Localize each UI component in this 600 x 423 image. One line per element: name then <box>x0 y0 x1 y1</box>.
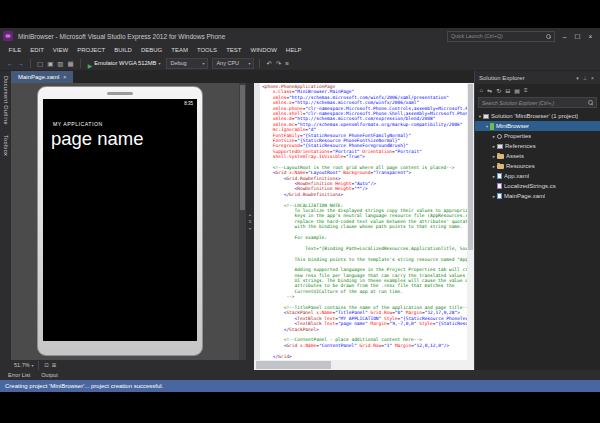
toolbar-separator <box>80 59 81 68</box>
home-icon[interactable]: ⌂ <box>478 87 485 93</box>
scrollbar-thumb[interactable] <box>240 85 245 210</box>
solution-platform-value: Any CPU <box>216 60 239 66</box>
tree-item-localizedstrings-cs[interactable]: LocalizedStrings.cs <box>475 181 600 191</box>
folder-icon <box>497 154 504 159</box>
close-icon[interactable]: × <box>589 75 596 81</box>
tab-error-list[interactable]: Error List <box>3 372 35 378</box>
phone-clock: 8:35 <box>184 101 193 106</box>
code-area[interactable]: <phone:PhoneApplicationPage x:Class="Min… <box>260 83 467 360</box>
chevron-down-icon[interactable] <box>32 363 34 368</box>
code-line[interactable]: with the binding clause whose path point… <box>262 224 467 229</box>
quick-launch-box[interactable]: Quick Launch (Ctrl+Q) <box>447 31 555 42</box>
tab-document-outline[interactable]: Document Outline <box>3 76 9 125</box>
scrollbar-thumb[interactable] <box>468 84 473 250</box>
editor-scrollbar[interactable] <box>467 83 474 360</box>
fit-all-icon[interactable]: ⊡ <box>43 362 51 368</box>
menu-file[interactable]: FILE <box>4 44 26 56</box>
snap-grid-icon[interactable]: ⊞ <box>50 362 58 368</box>
collapse-all-icon[interactable]: ⊟ <box>504 87 512 94</box>
tree-item-references[interactable]: ▸References <box>475 141 600 151</box>
save-all-icon[interactable]: ▦ <box>65 56 75 71</box>
panel-title: Solution Explorer <box>479 75 574 81</box>
expand-up-icon[interactable] <box>249 213 251 217</box>
main-area: Document Outline Toolbox MainPage.xaml × <box>0 71 600 370</box>
tab-mainpage-xaml[interactable]: MainPage.xaml × <box>11 71 73 83</box>
designer-surface[interactable]: 8:35 MY APPLICATION page name <box>11 83 239 360</box>
code-line[interactable]: Text="{Binding Path=LocalizedResources.A… <box>262 246 467 251</box>
back-icon[interactable]: ← <box>5 56 16 71</box>
misc-icon-group: ↶↷≡ <box>264 56 291 71</box>
tree-item-properties[interactable]: ▸Properties <box>475 131 600 141</box>
tree-item-minibrowser[interactable]: ▾MiniBrowser <box>475 121 600 131</box>
solution-platforms-combo[interactable]: Any CPU <box>212 58 254 69</box>
close-icon[interactable]: × <box>63 74 66 80</box>
solution-tree: ▾Solution 'MiniBrowser' (1 project)▾Mini… <box>475 110 600 370</box>
menu-window[interactable]: WINDOW <box>246 44 281 56</box>
refresh-icon[interactable]: ↻ <box>495 87 503 94</box>
tree-item-mainpage-xaml[interactable]: ▸MainPage.xaml <box>475 191 600 201</box>
designer-scrollbar[interactable] <box>239 83 246 360</box>
tree-item-label: Resources <box>506 163 535 169</box>
undo-icon[interactable]: ↶ <box>264 56 273 71</box>
toolbar-separator <box>38 361 39 370</box>
menu-tools[interactable]: TOOLS <box>192 44 221 56</box>
app-title-text[interactable]: MY APPLICATION <box>53 121 103 127</box>
solution-configurations-combo[interactable]: Debug <box>166 58 208 69</box>
maximize-icon[interactable]: ☐ <box>571 31 584 42</box>
forward-icon[interactable]: → <box>16 56 27 71</box>
sync-with-active-icon[interactable]: ⇆ <box>486 87 494 94</box>
show-all-files-icon[interactable]: ▤ <box>513 87 522 94</box>
tree-item-label: MainPage.xaml <box>504 193 545 199</box>
left-tool-tabs: Document Outline Toolbox <box>0 71 11 370</box>
code-line[interactable]: This binding points to the template's st… <box>262 257 467 262</box>
redo-icon[interactable]: ↷ <box>274 56 283 71</box>
expand-down-icon[interactable] <box>249 227 251 231</box>
design-xaml-splitter[interactable] <box>246 83 254 360</box>
close-icon[interactable]: × <box>584 31 597 42</box>
pin-icon[interactable]: ⊥ <box>581 75 589 81</box>
xaml-icon <box>497 173 502 180</box>
code-line[interactable]: </Grid> <box>262 354 467 359</box>
title-bar[interactable]: ∞ MiniBrowser - Microsoft Visual Studio … <box>0 28 600 44</box>
phone-screen[interactable]: 8:35 MY APPLICATION page name <box>43 99 197 341</box>
tree-item-label: LocalizedStrings.cs <box>504 183 556 189</box>
tree-item-solution-minibrowser-1-project[interactable]: ▾Solution 'MiniBrowser' (1 project) <box>475 111 600 121</box>
tree-item-assets[interactable]: ▸Assets <box>475 151 600 161</box>
new-project-icon[interactable]: ▢ <box>35 56 45 71</box>
screenshot-stage: ∞ MiniBrowser - Microsoft Visual Studio … <box>0 0 600 423</box>
phone-speaker <box>107 92 133 95</box>
start-debug-button[interactable]: Emulator WVGA 512MB <box>85 54 164 72</box>
tree-item-resources[interactable]: ▸Resources <box>475 161 600 171</box>
swap-panes-icon[interactable] <box>248 220 251 224</box>
page-title-text[interactable]: page name <box>51 128 144 150</box>
solution-explorer-header[interactable]: Solution Explorer ▾⊥× <box>475 71 600 84</box>
play-icon <box>88 54 93 72</box>
designer-zoom-bar: 51.7% ⊡⊞ <box>11 360 246 370</box>
document-tab-label: MainPage.xaml <box>18 74 59 80</box>
tree-item-label: Solution 'MiniBrowser' (1 project) <box>491 113 578 119</box>
editor-hscrollbar[interactable] <box>254 360 474 370</box>
tab-output[interactable]: Output <box>36 372 63 378</box>
start-target-label: Emulator WVGA 512MB <box>94 60 156 66</box>
properties-window-icon[interactable]: ≡ <box>283 56 291 71</box>
window-title: MiniBrowser - Microsoft Visual Studio Ex… <box>18 33 225 40</box>
menu-team[interactable]: TEAM <box>167 44 193 56</box>
save-icon[interactable]: ▥ <box>55 56 65 71</box>
minimize-icon[interactable]: – <box>558 31 571 42</box>
toolbar-separator <box>30 59 31 68</box>
menu-edit[interactable]: EDIT <box>26 44 49 56</box>
document-tab-bar: MainPage.xaml × <box>11 71 474 83</box>
menu-test[interactable]: TEST <box>222 44 246 56</box>
menu-view[interactable]: VIEW <box>48 44 72 56</box>
scrollbar-thumb[interactable] <box>256 361 331 369</box>
menu-help[interactable]: HELP <box>281 44 306 56</box>
tree-item-app-xaml[interactable]: ▸App.xaml <box>475 171 600 181</box>
zoom-level-value[interactable]: 51.7% <box>14 362 30 368</box>
solution-explorer-toolbar: ⌂⇆↻⊟▤≡ <box>475 84 600 96</box>
tab-toolbox[interactable]: Toolbox <box>3 135 9 156</box>
code-line[interactable]: <Grid x:Name="ContentPanel" Grid.Row="1"… <box>262 343 467 348</box>
solution-explorer-search[interactable]: Search Solution Explorer (Ctrl+;) <box>478 97 597 108</box>
open-file-icon[interactable]: ▣ <box>45 56 55 71</box>
vs-logo-icon: ∞ <box>3 31 13 41</box>
properties-icon[interactable]: ≡ <box>522 87 529 93</box>
